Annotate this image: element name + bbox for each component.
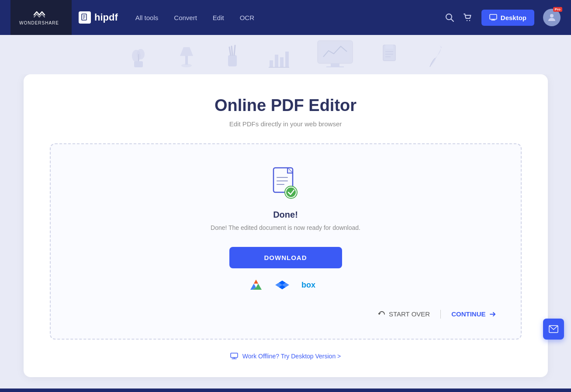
refresh-icon [378,311,385,318]
page-title: Online PDF Editor [50,96,522,115]
svg-point-42 [286,187,296,197]
document-check-icon [272,167,300,200]
offline-banner[interactable]: Work Offline? Try Desktop Version > [50,353,522,360]
svg-marker-16 [180,47,193,56]
svg-rect-19 [228,55,237,66]
svg-point-11 [550,14,554,17]
svg-point-6 [467,20,467,21]
svg-line-22 [229,47,231,55]
desktop-btn-label: Desktop [501,14,526,21]
result-zone: Done! Done! The edited document is now r… [50,143,522,340]
success-icon-wrap [268,166,303,201]
email-icon [549,325,558,333]
hero-icons [128,38,444,71]
main-card: Online PDF Editor Edit PDFs directly in … [24,74,548,377]
svg-line-21 [234,45,235,55]
download-button[interactable]: DOWNLOAD [229,247,342,268]
svg-rect-8 [490,14,497,19]
nav-convert[interactable]: Convert [174,14,197,21]
hipdf-logo[interactable]: hipdf [79,11,118,24]
continue-button[interactable]: CONTINUE [444,307,503,321]
start-over-label: START OVER [389,310,430,318]
cart-icon [463,13,473,22]
bottom-actions: START OVER CONTINUE [68,307,503,321]
nav-all-tools[interactable]: All tools [135,14,159,21]
cart-button[interactable] [463,13,473,22]
user-avatar-wrap[interactable]: Pro [543,9,561,26]
pro-badge: Pro [553,7,562,12]
svg-point-18 [181,64,192,67]
page-subtitle: Edit PDFs directly in your web browser [50,120,522,128]
svg-rect-24 [275,55,278,67]
wondershare-label: wondershare [19,21,59,25]
action-divider [440,310,441,319]
google-drive-icon[interactable] [249,279,263,293]
svg-marker-47 [254,280,258,284]
done-label: Done! [273,210,298,220]
search-button[interactable] [445,13,454,22]
arrow-right-icon [489,311,496,318]
svg-rect-30 [331,63,339,67]
continue-label: CONTINUE [451,310,485,318]
svg-point-14 [137,49,145,59]
bottom-bar [0,389,571,392]
navbar: wondershare hipdf All tools Convert Edit… [0,0,571,35]
svg-rect-53 [231,353,238,357]
svg-text:box: box [301,281,315,289]
search-icon [445,13,454,22]
wondershare-logo: wondershare [19,10,59,25]
main-content: Online PDF Editor Edit PDFs directly in … [0,74,571,392]
svg-rect-25 [280,57,284,67]
done-description: Done! The edited document is now ready f… [211,224,360,231]
hero-barchart-icon [267,45,289,69]
nav-links: All tools Convert Edit OCR [135,14,445,21]
cloud-storage-icons: box [249,279,322,293]
dropbox-icon[interactable] [275,279,289,293]
hero-monitor-icon [315,38,355,69]
hero-quill-icon [426,43,444,69]
hero-doc-icon [381,43,400,69]
hero-lamp-icon [176,43,197,69]
svg-line-5 [451,19,453,22]
box-icon[interactable]: box [301,281,322,291]
hipdf-label: hipdf [94,12,118,23]
svg-point-7 [469,20,470,21]
desktop-button[interactable]: Desktop [481,10,534,26]
desktop-icon [489,14,497,21]
desktop-small-icon [230,353,238,360]
hero-plant-icon [128,43,149,69]
nav-ocr[interactable]: OCR [240,14,254,21]
hero-background [0,35,571,74]
nav-actions: Desktop Pro [445,9,561,26]
wondershare-icon [32,10,46,20]
svg-rect-26 [285,52,289,67]
nav-edit[interactable]: Edit [213,14,224,21]
email-fab[interactable] [543,319,564,340]
hipdf-logo-icon [79,11,91,24]
svg-rect-12 [134,61,143,67]
svg-line-20 [232,46,232,55]
svg-rect-33 [385,45,393,49]
hero-pens-icon [224,43,241,69]
start-over-button[interactable]: START OVER [371,307,437,321]
svg-rect-23 [270,60,273,67]
offline-link[interactable]: Work Offline? Try Desktop Version > [242,353,341,360]
brand-wondershare: wondershare [10,0,72,35]
svg-rect-17 [185,56,188,65]
